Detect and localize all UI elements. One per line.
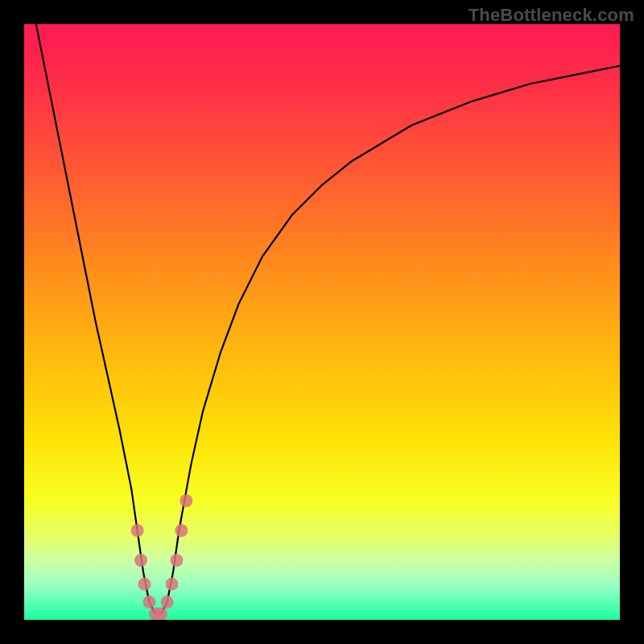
- data-marker: [138, 578, 151, 591]
- data-marker: [142, 596, 155, 609]
- chart-frame: TheBottleneck.com: [0, 0, 644, 644]
- watermark-text: TheBottleneck.com: [469, 5, 634, 26]
- data-marker: [175, 524, 188, 537]
- bottleneck-chart: [24, 24, 620, 620]
- data-marker: [134, 554, 147, 567]
- data-marker: [161, 596, 174, 609]
- plot-area: [24, 24, 620, 620]
- heat-gradient-background: [24, 24, 620, 620]
- data-marker: [170, 554, 183, 567]
- data-marker: [166, 578, 179, 591]
- data-marker: [131, 524, 144, 537]
- data-marker: [155, 608, 167, 620]
- data-marker: [180, 494, 192, 507]
